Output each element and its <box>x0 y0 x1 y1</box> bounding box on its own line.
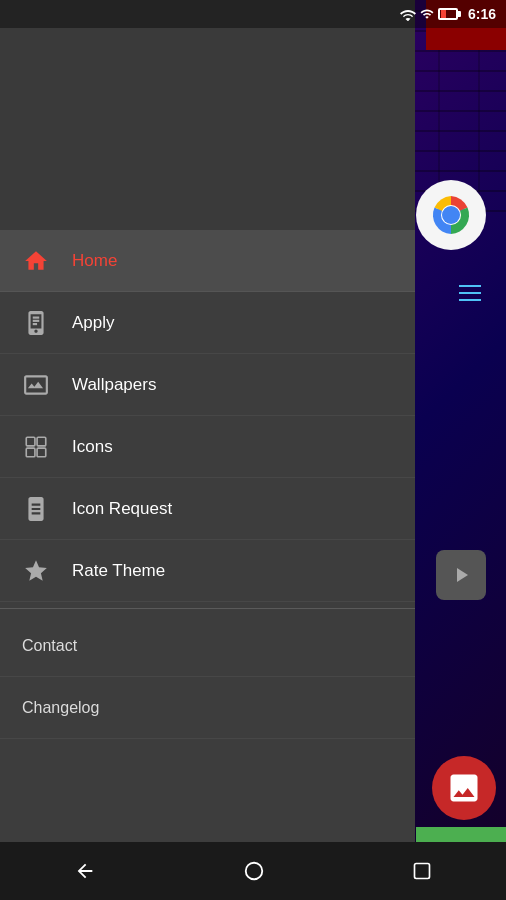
menu-label-icons: Icons <box>72 437 113 457</box>
navigation-drawer: Home Apply Wallpapers <box>0 0 415 842</box>
menu-item-icon-request[interactable]: Icon Request <box>0 478 415 540</box>
menu-item-contact[interactable]: Contact <box>0 615 415 677</box>
hamburger-menu-icon[interactable] <box>459 285 481 301</box>
maps-app-icon[interactable] <box>432 756 496 820</box>
star-icon <box>20 555 52 587</box>
status-icons: 6:16 <box>400 6 496 22</box>
svg-rect-10 <box>37 448 46 457</box>
menu-label-changelog: Changelog <box>22 699 99 717</box>
back-button[interactable] <box>64 850 106 892</box>
wallpapers-icon <box>20 369 52 401</box>
menu-label-home: Home <box>72 251 117 271</box>
icons-menu-icon <box>20 431 52 463</box>
menu-item-rate-theme[interactable]: Rate Theme <box>0 540 415 602</box>
menu-list: Home Apply Wallpapers <box>0 230 415 842</box>
svg-rect-7 <box>26 437 35 446</box>
icon-request-icon <box>20 493 52 525</box>
navigation-bar <box>0 842 506 900</box>
menu-item-changelog[interactable]: Changelog <box>0 677 415 739</box>
svg-rect-5 <box>33 319 40 321</box>
wifi-icon <box>400 7 416 21</box>
drawer-header <box>0 0 415 230</box>
svg-point-11 <box>246 863 263 880</box>
menu-label-rate-theme: Rate Theme <box>72 561 165 581</box>
menu-item-home[interactable]: Home <box>0 230 415 292</box>
apply-icon <box>20 307 52 339</box>
svg-rect-4 <box>33 316 40 318</box>
home-button[interactable] <box>233 850 275 892</box>
chrome-app-icon[interactable] <box>416 180 486 250</box>
menu-item-wallpapers[interactable]: Wallpapers <box>0 354 415 416</box>
menu-label-apply: Apply <box>72 313 115 333</box>
hamburger-line-1 <box>459 285 481 287</box>
svg-rect-12 <box>415 864 430 879</box>
recents-button[interactable] <box>402 851 442 891</box>
menu-item-apply[interactable]: Apply <box>0 292 415 354</box>
svg-rect-9 <box>26 448 35 457</box>
play-button-icon[interactable] <box>436 550 486 600</box>
hamburger-line-3 <box>459 299 481 301</box>
home-icon <box>20 245 52 277</box>
svg-point-3 <box>442 206 460 224</box>
menu-label-wallpapers: Wallpapers <box>72 375 156 395</box>
svg-rect-8 <box>37 437 46 446</box>
svg-rect-6 <box>33 323 37 325</box>
menu-item-icons[interactable]: Icons <box>0 416 415 478</box>
status-time: 6:16 <box>468 6 496 22</box>
status-bar: 6:16 <box>0 0 506 28</box>
menu-divider <box>0 608 415 609</box>
menu-label-contact: Contact <box>22 637 77 655</box>
battery-icon <box>438 8 458 20</box>
hamburger-line-2 <box>459 292 481 294</box>
signal-icon <box>420 7 434 21</box>
menu-label-icon-request: Icon Request <box>72 499 172 519</box>
